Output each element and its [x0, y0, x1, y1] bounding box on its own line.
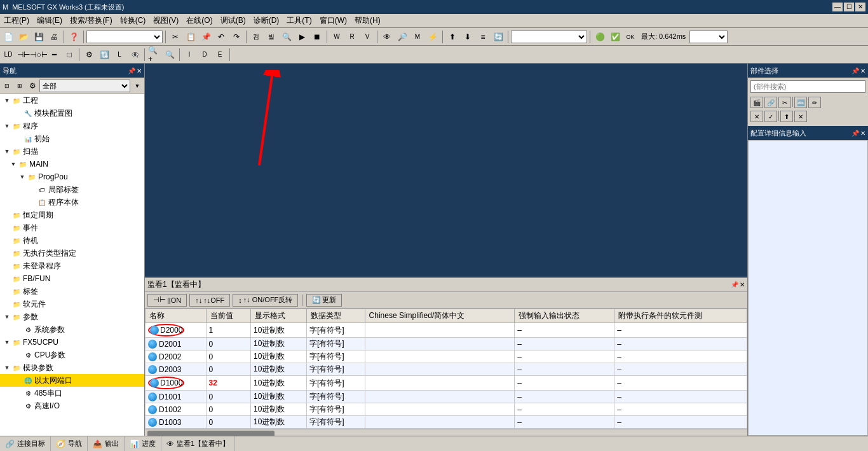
parts-btn9[interactable]: ✕ — [794, 111, 807, 122]
open-btn[interactable]: 📂 — [17, 30, 31, 44]
sidebar-item-soft-element[interactable]: 📁 软元件 — [0, 298, 144, 310]
del-btn[interactable]: D — [198, 48, 212, 62]
monitor-close-btn[interactable]: ✕ — [740, 281, 745, 288]
table-row[interactable]: D2000110进制数字[有符号]–– — [146, 323, 747, 338]
sidebar-item-local-label[interactable]: 🏷 局部标签 — [0, 183, 144, 196]
speed-dropdown[interactable] — [689, 31, 728, 43]
parts-close-btn[interactable]: ✕ — [860, 67, 865, 74]
status3-btn[interactable]: OK — [623, 30, 637, 44]
sidebar-item-sys-param[interactable]: ⚙ 系统参数 — [0, 323, 144, 336]
monitor3-btn[interactable]: M — [410, 30, 424, 44]
sidebar-item-init[interactable]: 📊 初始 — [0, 132, 144, 145]
line-btn[interactable]: ━ — [47, 48, 61, 62]
copy-btn[interactable]: 📋 — [184, 30, 198, 44]
sidebar-item-scan[interactable]: ▼ 📁 扫描 — [0, 145, 144, 158]
table-row[interactable]: D2001010进制数字[有符号]–– — [146, 338, 747, 350]
toggle-btn[interactable]: ↕ ↑↓ ON/OFF反转 — [233, 294, 298, 307]
parts-btn5[interactable]: ✏ — [808, 97, 821, 108]
h-scroll-thumb[interactable] — [147, 431, 275, 436]
monitor-btn[interactable]: 👁 — [380, 30, 394, 44]
view-btn[interactable]: 👁‍🗨 — [128, 48, 142, 62]
sidebar-filter[interactable]: 全部 — [39, 80, 130, 92]
parts-btn3[interactable]: ✂ — [778, 97, 791, 108]
sidebar-item-label[interactable]: 📁 标签 — [0, 285, 144, 298]
on-btn[interactable]: ⊣⊢ ||ON — [147, 294, 187, 307]
help-btn[interactable]: ❓ — [67, 30, 81, 44]
contact-btn[interactable]: ⊣⊢ — [17, 48, 31, 62]
download-btn[interactable]: ⬇ — [461, 30, 475, 44]
status-connect[interactable]: 🔗 连接目标 — [0, 436, 51, 451]
parts-pin-btn[interactable]: 📌 — [851, 67, 859, 74]
status-output[interactable]: 📤 输出 — [88, 436, 125, 451]
maximize-btn[interactable]: ☐ — [844, 3, 854, 11]
redo-btn[interactable]: ↷ — [229, 30, 243, 44]
toggle-scan[interactable]: ▼ — [3, 148, 11, 155]
menu-online[interactable]: 在线(O) — [182, 14, 216, 27]
sidebar-item-high-speed-io[interactable]: ⚙ 高速I/O — [0, 399, 144, 412]
menu-edit[interactable]: 编辑(E) — [33, 14, 66, 27]
upload-btn[interactable]: ⬆ — [445, 30, 459, 44]
monitor-pin-btn[interactable]: 📌 — [731, 281, 738, 288]
print-btn[interactable]: 🖨 — [47, 30, 61, 44]
sidebar-item-cpu-param[interactable]: ⚙ CPU参数 — [0, 349, 144, 361]
toggle-module-param[interactable]: ▼ — [3, 364, 11, 371]
sidebar-gear-btn[interactable]: ⚙ — [27, 80, 38, 92]
sync-btn[interactable]: 🔄 — [491, 30, 505, 44]
project-dropdown[interactable] — [86, 31, 163, 43]
menu-help[interactable]: 帮助(H) — [351, 14, 384, 27]
box-btn[interactable]: □ — [62, 48, 76, 62]
ladder-btn[interactable]: LD — [1, 48, 15, 62]
coil-btn[interactable]: ⊣○⊢ — [32, 48, 46, 62]
sidebar-btn2[interactable]: ⊞ — [14, 80, 25, 92]
menu-search[interactable]: 搜索/替换(F) — [66, 14, 116, 27]
stop-btn[interactable]: ⏹ — [310, 30, 324, 44]
h-scrollbar[interactable] — [145, 429, 747, 436]
status-monitor[interactable]: 👁 监看1【监看中】 — [161, 436, 235, 451]
config-pin-btn[interactable]: 📌 — [851, 130, 859, 137]
sidebar-item-main[interactable]: ▼ 📁 MAIN — [0, 158, 144, 170]
undo-btn[interactable]: ↶ — [214, 30, 228, 44]
sidebar-item-no-exec[interactable]: 📁 无执行类型指定 — [0, 247, 144, 260]
filter-btn[interactable]: 🔃 — [97, 48, 111, 62]
toggle-param[interactable]: ▼ — [3, 314, 11, 320]
sidebar-item-module-config[interactable]: 🔧 模块配置图 — [0, 107, 144, 120]
table-row[interactable]: D2003010进制数字[有符号]–– — [146, 363, 747, 376]
menu-convert[interactable]: 转换(C) — [116, 14, 150, 27]
table-row[interactable]: D10003210进制数字[有符号]–– — [146, 376, 747, 391]
gear-btn[interactable]: ⚙ — [82, 48, 96, 62]
new-btn[interactable]: 📄 — [1, 30, 15, 44]
status-nav[interactable]: 🧭 导航 — [51, 436, 88, 451]
minimize-btn[interactable]: — — [832, 3, 843, 11]
build-btn[interactable]: 빌 — [264, 30, 278, 44]
run-btn[interactable]: ▶ — [295, 30, 309, 44]
compare-btn[interactable]: ≡ — [476, 30, 490, 44]
toggle-fx5ucpu[interactable]: ▼ — [3, 339, 11, 345]
sidebar-item-ethernet[interactable]: 🌐 以太网端口 — [0, 374, 144, 387]
parts-btn4[interactable]: 🔤 — [794, 97, 807, 108]
parts-btn6[interactable]: ✕ — [750, 111, 763, 122]
verify-btn[interactable]: V — [360, 30, 374, 44]
sidebar-item-fb-fun[interactable]: 📁 FB/FUN — [0, 272, 144, 285]
monitor2-btn[interactable]: 🔎 — [395, 30, 409, 44]
table-row[interactable]: D1001010进制数字[有符号]–– — [146, 391, 747, 403]
sidebar-arrow-btn[interactable]: ▼ — [132, 80, 143, 92]
sidebar-item-module-param[interactable]: ▼ 📁 模块参数 — [0, 361, 144, 374]
debug-btn[interactable]: 🔍 — [280, 30, 294, 44]
sidebar-item-event[interactable]: 📁 事件 — [0, 221, 144, 234]
toggle-main[interactable]: ▼ — [9, 161, 18, 167]
monitor-table-container[interactable]: 名称 当前值 显示格式 数据类型 Chinese Simplified/简体中文… — [145, 309, 747, 436]
off-btn[interactable]: ↑↓ ↑↓OFF — [189, 294, 230, 307]
table-row[interactable]: D2002010进制数字[有符号]–– — [146, 350, 747, 363]
paste-btn[interactable]: 📌 — [199, 30, 213, 44]
cut-btn[interactable]: ✂ — [168, 30, 182, 44]
status1-btn[interactable]: 🟢 — [593, 30, 607, 44]
toggle-progpou[interactable]: ▼ — [18, 174, 27, 180]
save-btn[interactable]: 💾 — [32, 30, 46, 44]
compile-btn[interactable]: 컴 — [249, 30, 263, 44]
sidebar-item-project[interactable]: ▼ 📁 工程 — [0, 94, 144, 107]
parts-search-input[interactable] — [750, 80, 865, 93]
menu-window[interactable]: 窗口(W) — [316, 14, 351, 27]
sidebar-item-periodic[interactable]: 📁 恒定周期 — [0, 209, 144, 221]
read-btn[interactable]: R — [345, 30, 359, 44]
sidebar-item-fx5ucpu[interactable]: ▼ 📁 FX5UCPU — [0, 336, 144, 349]
